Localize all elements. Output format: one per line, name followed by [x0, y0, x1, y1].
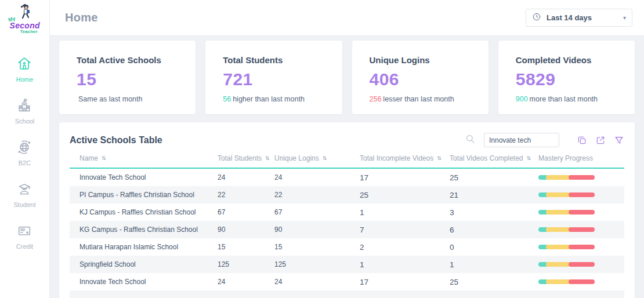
top-bar: Home Last 14 days ▾ [50, 0, 644, 36]
mastery-segment-yellow [546, 210, 571, 215]
table-row[interactable]: KJ Campus - Raffles Christian School 67 … [70, 203, 624, 221]
stat-value: 721 [223, 70, 336, 89]
cell-unique-logins: 125 [274, 260, 360, 268]
stat-card-completed-videos: Completed Videos 5829 900more than last … [498, 41, 635, 114]
column-header-total-incomplete-videos[interactable]: Total Incomplete Videos⇅ [360, 154, 450, 162]
cell-unique-logins: 67 [274, 208, 360, 216]
table-title: Active Schools Table [70, 135, 162, 146]
cell-total-incomplete-videos: 17 [360, 278, 450, 286]
column-header-unique-logins[interactable]: Unique Logins⇅ [274, 154, 360, 162]
credit-card-icon [16, 223, 32, 240]
sidebar-item-label: Home [16, 76, 33, 83]
mastery-progress-bar [538, 227, 599, 232]
stat-note-delta: 900 [516, 95, 528, 103]
stat-note-text: higher than last month [233, 95, 305, 103]
mastery-progress-bar [538, 175, 599, 180]
stat-card-total-students: Total Students 721 56higher than last mo… [205, 41, 342, 114]
sort-icon[interactable]: ⇅ [323, 155, 327, 161]
sort-icon[interactable]: ⇅ [437, 155, 442, 161]
table-row[interactable]: Springfield School 125 125 1 1 [70, 256, 624, 273]
sidebar-item-school[interactable]: School [15, 97, 35, 125]
table-body: Innovate Tech School 24 24 17 25 PI Camp… [70, 169, 624, 290]
cell-school-name: Springfield School [70, 260, 218, 268]
sidebar-item-label: Credit [16, 243, 33, 250]
stat-note-delta: 256 [370, 95, 382, 103]
column-header-name[interactable]: Name⇅ [70, 154, 218, 162]
date-range-dropdown[interactable]: Last 14 days ▾ [526, 9, 632, 27]
cell-unique-logins: 24 [274, 278, 360, 286]
table-search-input[interactable] [484, 133, 559, 147]
column-header-total-students[interactable]: Total Students⇅ [218, 154, 274, 162]
sidebar-nav: Home School [14, 56, 36, 250]
active-schools-table-card: Active Schools Table [59, 122, 635, 298]
cell-mastery-progress [538, 262, 624, 267]
mastery-segment-yellow [546, 262, 571, 267]
app-root: My Second Teacher Home [0, 0, 644, 298]
sort-icon[interactable]: ⇅ [265, 155, 270, 161]
app-logo: My Second Teacher [6, 3, 44, 37]
next-row-partially-visible [70, 290, 624, 298]
table-toolbar: Active Schools Table [70, 122, 624, 154]
mastery-progress-bar [538, 245, 599, 249]
mastery-segment-red [569, 192, 595, 197]
cell-total-students: 24 [218, 173, 274, 181]
sidebar-item-home[interactable]: Home [16, 56, 33, 83]
cell-school-name: Mutiara Harapan Islamic School [70, 243, 218, 251]
table-header-row: Name⇅ Total Students⇅ Unique Logins⇅ Tot… [70, 154, 624, 169]
cell-school-name: PI Campus - Raffles Christian School [70, 191, 218, 199]
mastery-segment-red [569, 227, 595, 232]
mastery-segment-yellow [546, 175, 571, 180]
mastery-progress-bar [538, 262, 599, 267]
cell-total-videos-completed: 25 [450, 278, 538, 286]
chevron-down-icon: ▾ [623, 14, 626, 21]
mastery-segment-red [569, 245, 595, 249]
export-icon[interactable] [595, 135, 606, 146]
mastery-progress-bar [538, 279, 599, 284]
cell-unique-logins: 24 [274, 173, 360, 181]
cell-unique-logins: 90 [274, 226, 360, 234]
sidebar-item-student[interactable]: Student [14, 181, 36, 208]
stat-card-total-active-schools: Total Active Schools 15 Same as last mon… [59, 41, 196, 114]
cell-total-incomplete-videos: 25 [360, 191, 450, 199]
table-tools [465, 133, 624, 147]
table-row[interactable]: Innovate Tech School 24 24 17 25 [70, 169, 624, 186]
cell-school-name: KG Campus - Raffles Christian School [70, 226, 218, 234]
sidebar-item-b2c[interactable]: B2C [16, 139, 32, 166]
cell-total-incomplete-videos: 17 [360, 173, 450, 182]
cell-total-videos-completed: 0 [450, 243, 538, 252]
cell-mastery-progress [538, 175, 624, 180]
mastery-segment-red [569, 262, 595, 267]
table-row[interactable]: KG Campus - Raffles Christian School 90 … [70, 221, 624, 238]
cell-total-students: 67 [218, 208, 274, 216]
stat-title: Total Active Schools [77, 55, 190, 65]
stat-value: 15 [77, 70, 190, 89]
stat-note-text: Same as last month [78, 95, 142, 103]
table-row[interactable]: PI Campus - Raffles Christian School 22 … [70, 186, 624, 203]
stat-note-text: lesser than last month [383, 95, 454, 103]
mastery-segment-yellow [546, 192, 571, 197]
mastery-segment-yellow [546, 227, 571, 232]
column-header-mastery-progress: Mastery Progress [538, 154, 624, 162]
date-range-value: Last 14 days [547, 13, 592, 22]
column-header-total-videos-completed[interactable]: Total Videos Completed⇅ [450, 154, 538, 162]
cell-total-students: 15 [218, 243, 274, 251]
cell-total-students: 22 [218, 191, 274, 199]
filter-icon[interactable] [614, 135, 624, 146]
cell-school-name: KJ Campus - Raffles Christian School [70, 208, 218, 216]
table-row[interactable]: Mutiara Harapan Islamic School 15 15 2 0 [70, 238, 624, 256]
copy-icon[interactable] [577, 135, 587, 146]
home-icon [16, 56, 32, 73]
content-area: Total Active Schools 15 Same as last mon… [50, 36, 644, 298]
sidebar-item-label: Student [14, 201, 36, 208]
table-row[interactable]: Innovate Tech School 24 24 17 25 [70, 273, 624, 290]
sort-icon[interactable]: ⇅ [527, 155, 531, 161]
cell-school-name: Innovate Tech School [70, 173, 218, 181]
sidebar-item-label: B2C [19, 159, 31, 166]
sort-icon[interactable]: ⇅ [102, 155, 106, 161]
school-icon [16, 97, 32, 115]
sidebar-item-credit[interactable]: Credit [16, 223, 33, 250]
search-icon [465, 133, 476, 147]
stat-note-text: more than last month [530, 95, 598, 103]
mastery-progress-bar [538, 192, 599, 197]
mastery-progress-bar [538, 210, 599, 215]
